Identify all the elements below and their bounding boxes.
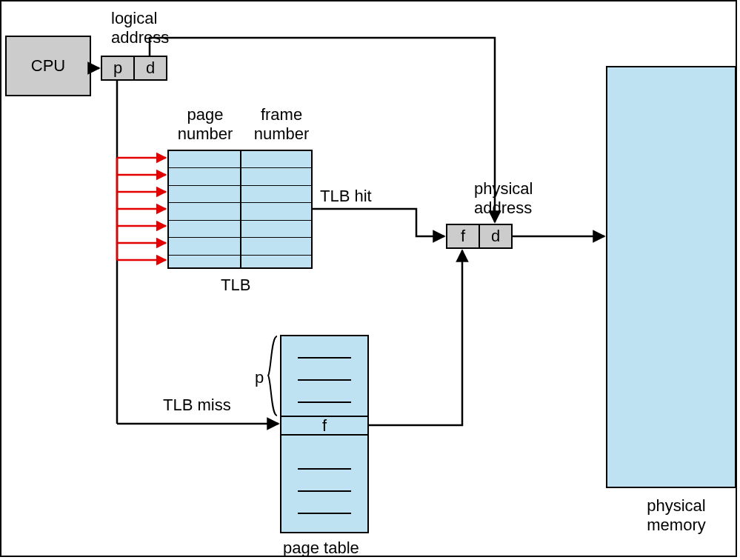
logical-address-p: p [113,59,122,78]
physical-memory-box [606,66,736,488]
tlb-label: TLB [221,276,250,295]
physical-address-f: f [461,227,465,246]
physical-address-d: d [491,227,500,246]
logical-address-label: logical address [111,9,169,47]
tlb-hit-label: TLB hit [320,187,372,206]
page-table-entry-line [298,379,351,381]
logical-address-d: d [146,59,155,78]
physical-address-f-cell: f [446,224,480,249]
page-table-entry-line [298,357,351,359]
cpu-box: CPU [5,36,91,96]
logical-address-p-cell: p [101,56,135,81]
tlb-frame-number-header: frame number [244,105,319,144]
tlb-table [167,150,313,269]
tlb-row [169,221,311,238]
physical-address-label: physical address [474,179,533,218]
logical-address-d-cell: d [133,56,167,81]
page-table-entry-line [298,468,351,470]
page-table-label: page table [283,539,359,558]
diagram-canvas: CPU logical address p d page number fram… [0,0,737,557]
physical-address-d-cell: d [479,224,513,249]
cpu-label: CPU [31,56,65,76]
tlb-row [169,186,311,203]
page-table-f-value: f [322,416,327,436]
page-table-f-row: f [280,416,369,436]
tlb-row [169,238,311,255]
tlb-miss-label: TLB miss [163,396,231,415]
page-table-entry-line [298,401,351,403]
physical-memory-label: physical memory [621,496,732,535]
tlb-row [169,203,311,220]
page-table-entry-line [298,490,351,492]
tlb-row [169,256,311,272]
tlb-row [169,168,311,185]
tlb-page-number-header: page number [172,105,239,144]
page-table-entry-line [298,513,351,514]
tlb-row [169,151,311,168]
page-table-index-label: p [255,368,264,387]
